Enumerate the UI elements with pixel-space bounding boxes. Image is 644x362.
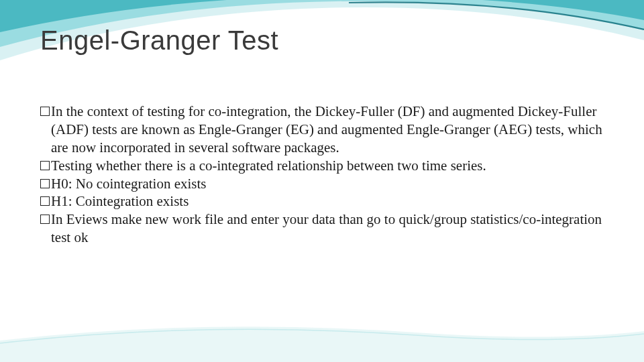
bullet-item: H0: No cointegration exists (40, 175, 604, 193)
bullet-text: H0: No cointegration exists (51, 175, 604, 193)
bullet-item: In Eviews make new work file and enter y… (40, 210, 604, 247)
bullet-text: In the context of testing for co-integra… (51, 103, 604, 157)
bullet-text: In Eviews make new work file and enter y… (51, 210, 604, 247)
bullet-text: H1: Cointegration exists (51, 192, 604, 210)
bullet-marker-icon (40, 179, 50, 188)
bullet-item: Testing whether there is a co-integrated… (40, 157, 604, 175)
slide-title: Engel-Granger Test (40, 25, 604, 56)
slide-body: In the context of testing for co-integra… (40, 103, 604, 247)
bullet-marker-icon (40, 161, 50, 170)
bullet-text: Testing whether there is a co-integrated… (51, 157, 604, 175)
bullet-marker-icon (40, 215, 50, 224)
bullet-marker-icon (40, 196, 50, 206)
bullet-item: H1: Cointegration exists (40, 192, 604, 210)
bullet-item: In the context of testing for co-integra… (40, 103, 604, 157)
bullet-marker-icon (40, 107, 50, 116)
slide-container: Engel-Granger Test In the context of tes… (0, 0, 644, 362)
